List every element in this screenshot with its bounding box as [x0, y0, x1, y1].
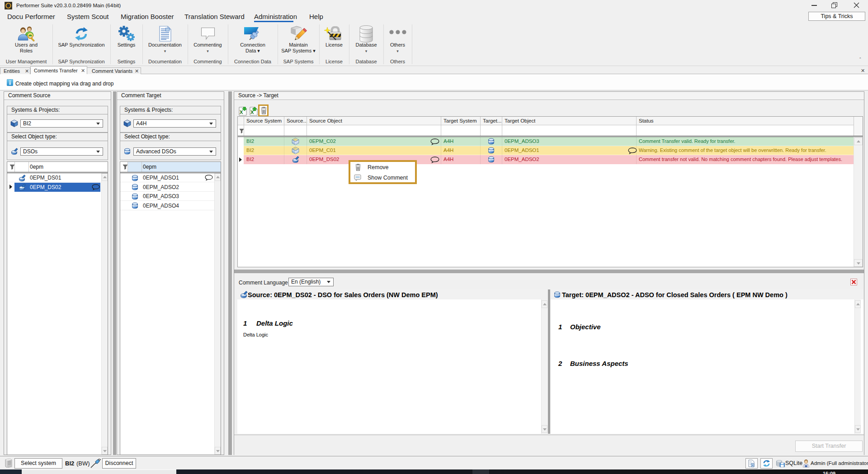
svg-text:X: X — [240, 109, 243, 115]
